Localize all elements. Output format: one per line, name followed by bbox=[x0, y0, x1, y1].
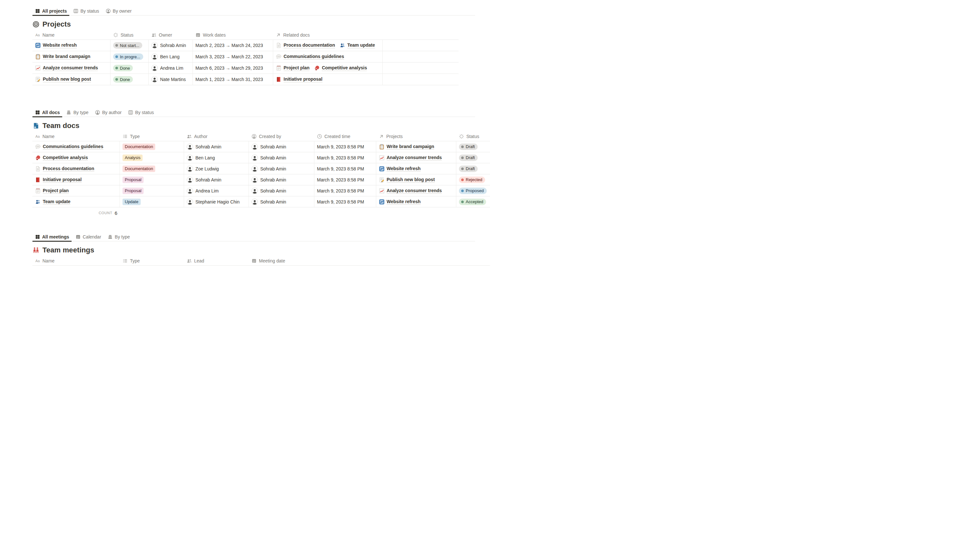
cell-owner[interactable]: Ben Lang bbox=[149, 51, 193, 62]
page-link[interactable]: Team update bbox=[35, 199, 70, 205]
status-pill[interactable]: Not start... bbox=[113, 42, 142, 49]
meetings-title[interactable]: Team meetings bbox=[43, 246, 94, 255]
cell-author[interactable]: Stephanie Hagio Chin bbox=[184, 196, 249, 207]
person-cell[interactable]: Sohrab Amin bbox=[251, 143, 286, 150]
cell-author[interactable]: Zoe Ludwig bbox=[184, 163, 249, 174]
person-cell[interactable]: Sohrab Amin bbox=[251, 165, 286, 172]
cell-created-by[interactable]: Sohrab Amin bbox=[249, 163, 314, 174]
cell-projects[interactable]: Website refresh bbox=[376, 163, 456, 174]
relation-link[interactable]: Write brand campaign bbox=[379, 144, 434, 150]
column-header-status[interactable]: Status bbox=[110, 30, 149, 40]
column-header-name[interactable]: AaName bbox=[32, 256, 120, 265]
cell-type[interactable]: Documentation bbox=[120, 141, 184, 152]
cell-created-time[interactable]: March 9, 2023 8:58 PM bbox=[314, 152, 376, 163]
cell-type[interactable]: Documentation bbox=[120, 163, 184, 174]
type-tag[interactable]: Documentation bbox=[123, 165, 155, 172]
column-header-lead[interactable]: Lead bbox=[184, 256, 249, 265]
cell-status[interactable]: Proposed bbox=[456, 185, 490, 196]
person-cell[interactable]: Sohrab Amin bbox=[187, 176, 221, 183]
cell-work-dates[interactable]: March 1, 2023 → March 31, 2023 bbox=[193, 74, 273, 85]
cell-status[interactable]: Done bbox=[110, 62, 149, 73]
page-link[interactable]: Publish new blog post bbox=[35, 76, 91, 82]
tab-by-type[interactable]: By type bbox=[64, 108, 91, 117]
cell-status[interactable]: Accepted bbox=[456, 196, 490, 207]
column-header-type[interactable]: Type bbox=[120, 256, 184, 265]
cell-work-dates[interactable]: March 2, 2023 → March 24, 2023 bbox=[193, 40, 273, 51]
relation-link[interactable]: Analyze consumer trends bbox=[379, 155, 442, 161]
cell-owner[interactable]: Sohrab Amin bbox=[149, 40, 193, 51]
cell-projects[interactable]: Website refresh bbox=[376, 196, 456, 207]
type-tag[interactable]: Proposal bbox=[123, 176, 143, 183]
cell-created-time[interactable]: March 9, 2023 8:58 PM bbox=[314, 163, 376, 174]
person-cell[interactable]: Sohrab Amin bbox=[151, 42, 186, 49]
status-pill[interactable]: Draft bbox=[459, 165, 478, 172]
page-link[interactable]: Project plan bbox=[35, 188, 69, 194]
status-pill[interactable]: Draft bbox=[459, 154, 478, 161]
page-link[interactable]: Write brand campaign bbox=[35, 54, 91, 60]
status-pill[interactable]: Done bbox=[113, 76, 133, 83]
cell-projects[interactable]: Analyze consumer trends bbox=[376, 152, 456, 163]
status-pill[interactable]: Accepted bbox=[459, 199, 486, 205]
status-pill[interactable]: In progre... bbox=[113, 54, 143, 60]
cell-created-by[interactable]: Sohrab Amin bbox=[249, 196, 314, 207]
person-cell[interactable]: Sohrab Amin bbox=[187, 143, 221, 150]
person-cell[interactable]: Andrea Lim bbox=[187, 188, 219, 194]
type-tag[interactable]: Analysis bbox=[123, 154, 143, 161]
person-cell[interactable]: Stephanie Hagio Chin bbox=[187, 199, 240, 205]
cell-type[interactable]: Update bbox=[120, 196, 184, 207]
cell-projects[interactable]: Publish new blog post bbox=[376, 174, 456, 185]
column-header-created-by[interactable]: Created by bbox=[249, 132, 314, 141]
cell-projects[interactable]: Write brand campaign bbox=[376, 141, 456, 152]
cell-status[interactable]: Done bbox=[110, 74, 149, 85]
type-tag[interactable]: Documentation bbox=[123, 143, 155, 150]
relation-link[interactable]: Publish new blog post bbox=[379, 177, 435, 183]
cell-type[interactable]: Proposal bbox=[120, 185, 184, 196]
tab-all-meetings[interactable]: All meetings bbox=[32, 232, 72, 242]
cell-status[interactable]: Draft bbox=[456, 152, 490, 163]
person-cell[interactable]: Sohrab Amin bbox=[251, 188, 286, 194]
person-cell[interactable]: Ben Lang bbox=[187, 154, 215, 161]
page-link[interactable]: Initiative proposal bbox=[35, 177, 82, 183]
related-doc-link[interactable]: Communications guidelines bbox=[276, 54, 344, 60]
status-pill[interactable]: Done bbox=[113, 65, 133, 71]
cell-name[interactable]: Communications guidelines bbox=[32, 141, 120, 152]
docs-title[interactable]: Team docs bbox=[43, 121, 80, 130]
tab-all-docs[interactable]: All docs bbox=[32, 108, 62, 117]
cell-created-by[interactable]: Sohrab Amin bbox=[249, 185, 314, 196]
page-link[interactable]: Website refresh bbox=[35, 43, 77, 48]
person-cell[interactable]: Nate Martins bbox=[151, 76, 186, 83]
cell-type[interactable]: Proposal bbox=[120, 174, 184, 185]
status-pill[interactable]: Rejected bbox=[459, 176, 485, 183]
cell-status[interactable]: In progre... bbox=[110, 51, 149, 62]
tab-calendar[interactable]: Calendar bbox=[73, 232, 104, 242]
type-tag[interactable]: Proposal bbox=[123, 188, 143, 194]
tab-by-status[interactable]: By status bbox=[71, 6, 102, 16]
related-doc-link[interactable]: Process documentation bbox=[276, 43, 335, 48]
cell-created-time[interactable]: March 9, 2023 8:58 PM bbox=[314, 196, 376, 207]
relation-link[interactable]: Analyze consumer trends bbox=[379, 188, 442, 194]
tab-by-owner[interactable]: By owner bbox=[103, 6, 134, 16]
type-tag[interactable]: Update bbox=[123, 199, 141, 205]
cell-work-dates[interactable]: March 3, 2023 → March 22, 2023 bbox=[193, 51, 273, 62]
cell-projects[interactable]: Analyze consumer trends bbox=[376, 185, 456, 196]
column-header-owner[interactable]: Owner bbox=[149, 30, 193, 40]
cell-status[interactable]: Rejected bbox=[456, 174, 490, 185]
cell-status[interactable]: Draft bbox=[456, 141, 490, 152]
cell-related-docs[interactable]: Initiative proposal bbox=[273, 74, 383, 85]
related-doc-link[interactable]: Competitive analysis bbox=[314, 65, 367, 71]
cell-name[interactable]: Analyze consumer trends bbox=[32, 62, 110, 73]
column-header-projects[interactable]: Projects bbox=[376, 132, 456, 141]
related-doc-link[interactable]: Project plan bbox=[276, 65, 310, 71]
column-header-meeting-date[interactable]: Meeting date bbox=[249, 256, 490, 265]
column-header-work-dates[interactable]: Work dates bbox=[193, 30, 273, 40]
cell-created-by[interactable]: Sohrab Amin bbox=[249, 152, 314, 163]
column-header-type[interactable]: Type bbox=[120, 132, 184, 141]
relation-link[interactable]: Website refresh bbox=[379, 199, 421, 205]
person-cell[interactable]: Sohrab Amin bbox=[251, 199, 286, 205]
cell-created-time[interactable]: March 9, 2023 8:58 PM bbox=[314, 174, 376, 185]
cell-author[interactable]: Ben Lang bbox=[184, 152, 249, 163]
status-pill[interactable]: Proposed bbox=[459, 188, 487, 194]
cell-related-docs[interactable]: Process documentationTeam update bbox=[273, 40, 383, 51]
column-header-created-time[interactable]: Created time bbox=[314, 132, 376, 141]
cell-work-dates[interactable]: March 6, 2023 → March 29, 2023 bbox=[193, 62, 273, 73]
